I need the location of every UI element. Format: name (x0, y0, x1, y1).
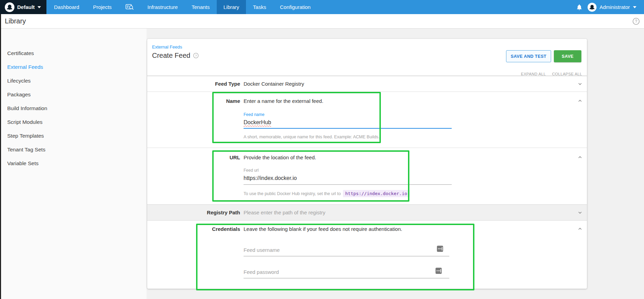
caret-down-icon (633, 6, 636, 8)
window-edge-strip (0, 14, 1, 299)
library-sidebar: Certificates External Feeds Lifecycles P… (1, 29, 147, 299)
user-menu[interactable]: Administrator (588, 3, 636, 12)
feed-name-input[interactable]: DockerHub (244, 119, 271, 126)
feed-name-value: DockerHub (244, 119, 271, 125)
nav-item-tasks[interactable]: Tasks (246, 0, 273, 14)
sidebar-item-variable-sets[interactable]: Variable Sets (1, 157, 147, 170)
chevron-up-icon[interactable] (577, 154, 583, 160)
nav-item-library[interactable]: Library (217, 0, 246, 14)
top-navbar: Default Dashboard Projects Infrastructur… (0, 0, 644, 14)
nav-items: Dashboard Projects Infrastructure Tenant… (47, 0, 318, 14)
chevron-up-icon[interactable] (577, 226, 583, 232)
section-registry-path[interactable]: Registry Path Please enter the path of t… (147, 204, 587, 221)
section-name: Name Enter a name for the external feed.… (147, 92, 587, 148)
breadcrumb-external-feeds[interactable]: External Feeds (152, 44, 182, 50)
octopus-app-screen: Default Dashboard Projects Infrastructur… (0, 0, 644, 299)
url-label: URL (152, 154, 240, 160)
save-button[interactable]: SAVE (554, 50, 581, 62)
feed-name-field-label: Feed name (244, 112, 265, 117)
nav-item-tenants[interactable]: Tenants (185, 0, 217, 14)
card-title: Create Feed (152, 52, 190, 60)
octopus-logo-icon (5, 2, 14, 12)
nav-search-button[interactable] (119, 0, 141, 14)
section-feed-type[interactable]: Feed Type Docker Container Registry (147, 76, 587, 92)
feed-url-helper-text: To use the public Docker Hub registry, s… (244, 190, 410, 197)
card-actions: SAVE AND TEST SAVE (506, 50, 581, 62)
bell-icon[interactable] (576, 4, 583, 11)
feed-url-field-label: Feed url (244, 168, 259, 173)
svg-text:?: ? (635, 19, 637, 24)
sidebar-item-external-feeds[interactable]: External Feeds (1, 60, 147, 74)
nav-item-infrastructure[interactable]: Infrastructure (141, 0, 185, 14)
page-header: Library ? (0, 14, 644, 29)
svg-text:?: ? (195, 54, 197, 57)
feed-username-input[interactable]: Feed username (244, 247, 280, 253)
feed-type-label: Feed Type (152, 81, 240, 87)
feed-password-input[interactable]: Feed password (244, 269, 279, 275)
sidebar-item-packages[interactable]: Packages (1, 88, 147, 102)
sidebar-item-certificates[interactable]: Certificates (1, 46, 147, 60)
space-label: Default (17, 4, 35, 10)
feed-url-helper-code: https://index.docker.io (343, 190, 410, 197)
feed-type-value: Docker Container Registry (244, 81, 304, 87)
sidebar-item-lifecycles[interactable]: Lifecycles (1, 74, 147, 88)
input-focus-underline (244, 128, 452, 129)
url-description: Provide the location of the feed. (244, 154, 316, 160)
save-and-test-button[interactable]: SAVE AND TEST (506, 50, 551, 62)
page-title: Library (5, 17, 26, 25)
registry-path-label: Registry Path (152, 210, 240, 215)
feed-url-helper-prefix: To use the public Docker Hub registry, s… (244, 191, 341, 196)
input-underline (244, 256, 449, 256)
input-underline (244, 278, 449, 278)
section-credentials: Credentials Leave the following blank if… (147, 221, 587, 289)
chevron-down-icon[interactable] (577, 210, 583, 215)
nav-item-dashboard[interactable]: Dashboard (47, 0, 86, 14)
sidebar-item-step-templates[interactable]: Step Templates (1, 129, 147, 143)
bound-value-toggle-icon[interactable] (437, 246, 443, 252)
user-name: Administrator (600, 4, 630, 10)
chevron-up-icon[interactable] (577, 98, 583, 104)
credentials-label: Credentials (152, 226, 240, 232)
sidebar-item-build-information[interactable]: Build Information (1, 102, 147, 115)
name-label: Name (152, 98, 240, 104)
nav-item-configuration[interactable]: Configuration (273, 0, 318, 14)
input-underline (244, 184, 452, 185)
user-avatar-icon (588, 3, 597, 12)
name-description: Enter a name for the external feed. (244, 98, 323, 104)
help-icon[interactable]: ? (632, 18, 640, 25)
bound-value-toggle-icon[interactable] (436, 268, 442, 274)
space-selector[interactable]: Default (0, 0, 46, 14)
feed-name-helper-text: A short, memorable, unique name for this… (244, 135, 379, 139)
nav-item-projects[interactable]: Projects (86, 0, 118, 14)
help-icon[interactable]: ? (193, 53, 199, 58)
sidebar-item-script-modules[interactable]: Script Modules (1, 115, 147, 129)
registry-path-placeholder: Please enter the path of the registry (244, 210, 325, 215)
feed-url-input[interactable]: https://index.docker.io (244, 175, 297, 181)
section-url: URL Provide the location of the feed. Fe… (147, 148, 587, 204)
create-feed-card: External Feeds Create Feed ? SAVE AND TE… (147, 39, 587, 289)
chevron-down-icon[interactable] (577, 81, 583, 87)
search-card-icon (126, 4, 134, 10)
caret-down-icon (37, 6, 41, 8)
sidebar-item-tenant-tag-sets[interactable]: Tenant Tag Sets (1, 143, 147, 157)
card-title-row: Create Feed ? (152, 52, 199, 60)
nav-right: Administrator (576, 0, 644, 14)
credentials-description: Leave the following blank if your feed d… (244, 226, 402, 232)
